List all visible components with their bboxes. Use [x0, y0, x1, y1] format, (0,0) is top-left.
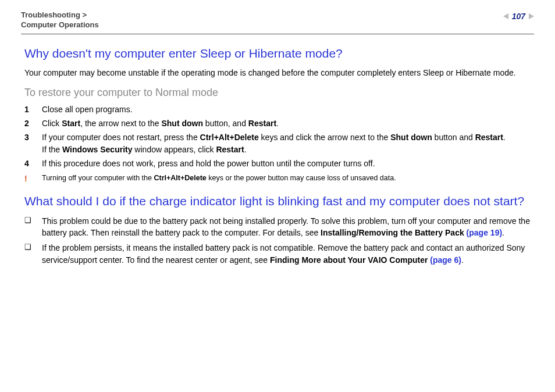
page-ref-link[interactable]: (page 19) [464, 228, 502, 237]
breadcrumb: Troubleshooting > Computer Operations [21, 10, 99, 30]
warning-note: ! Turning off your computer with the Ctr… [24, 173, 534, 184]
prev-page-icon[interactable] [503, 13, 508, 19]
keyboard-shortcut: Ctrl+Alt+Delete [200, 133, 259, 142]
bullet-item-2: If the problem persists, it means the in… [24, 242, 534, 266]
bullet-list: This problem could be due to the battery… [24, 215, 534, 266]
step-number: 4 [24, 158, 33, 169]
step-text: Click Start, the arrow next to the Shut … [42, 117, 279, 129]
page-nav: 107 [503, 10, 534, 22]
question-heading-1: Why doesn't my computer enter Sleep or H… [24, 45, 534, 62]
ui-ref-restart: Restart [248, 119, 276, 128]
step-3: 3 If your computer does not restart, pre… [24, 131, 534, 155]
step-1: 1 Close all open programs. [24, 104, 534, 115]
ui-ref-restart: Restart [216, 145, 244, 154]
step-text: If this procedure does not work, press a… [42, 158, 375, 169]
breadcrumb-section[interactable]: Troubleshooting > [21, 10, 87, 19]
ui-ref-shutdown: Shut down [390, 133, 432, 142]
next-page-icon[interactable] [529, 13, 534, 19]
page-number: 107 [512, 10, 525, 22]
ui-ref-start: Start [62, 119, 80, 128]
page-header: Troubleshooting > Computer Operations 10… [21, 10, 534, 34]
ui-ref-shutdown: Shut down [161, 119, 203, 128]
xref-vaio-more[interactable]: Finding More about Your VAIO Computer [270, 255, 428, 265]
breadcrumb-page[interactable]: Computer Operations [21, 20, 99, 29]
page-ref-link[interactable]: (page 6) [428, 255, 461, 265]
bullet-item-1: This problem could be due to the battery… [24, 215, 534, 239]
bullet-text: This problem could be due to the battery… [42, 215, 534, 239]
xref-battery-pack[interactable]: Installing/Removing the Battery Pack [321, 228, 464, 237]
warning-icon: ! [24, 173, 33, 184]
question-heading-2: What should I do if the charge indicator… [24, 193, 534, 210]
step-4: 4 If this procedure does not work, press… [24, 158, 534, 169]
warning-text: Turning off your computer with the Ctrl+… [42, 173, 396, 183]
step-text: If your computer does not restart, press… [42, 131, 506, 155]
intro-paragraph: Your computer may become unstable if the… [24, 67, 534, 79]
step-2: 2 Click Start, the arrow next to the Shu… [24, 117, 534, 129]
procedure-subhead: To restore your computer to Normal mode [24, 85, 534, 100]
bullet-text: If the problem persists, it means the in… [42, 242, 534, 266]
content-area: Why doesn't my computer enter Sleep or H… [21, 45, 534, 266]
manual-page: Troubleshooting > Computer Operations 10… [0, 0, 555, 392]
ui-ref-windows-security: Windows Security [62, 145, 132, 154]
step-text: Close all open programs. [42, 104, 133, 115]
step-number: 3 [24, 131, 33, 155]
steps-list: 1 Close all open programs. 2 Click Start… [24, 104, 534, 169]
ui-ref-restart: Restart [475, 133, 503, 142]
step-number: 2 [24, 117, 33, 129]
step-number: 1 [24, 104, 33, 115]
keyboard-shortcut: Ctrl+Alt+Delete [154, 174, 206, 182]
